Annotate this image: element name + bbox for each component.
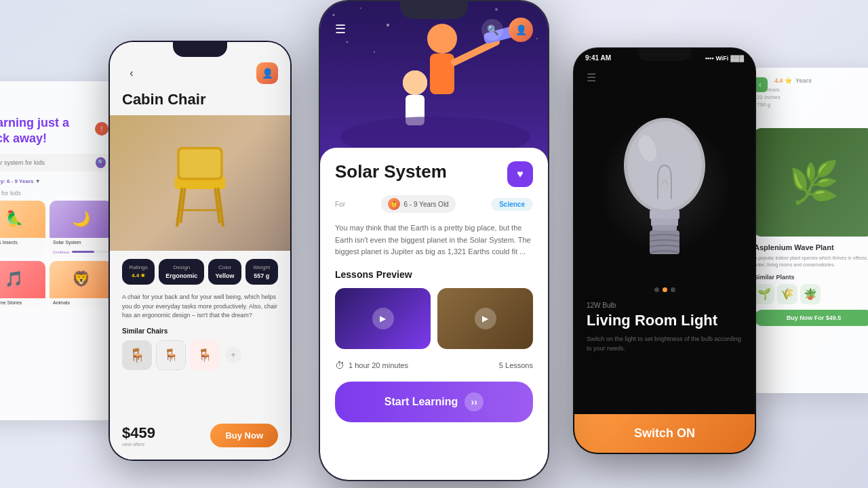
- heart-button[interactable]: ♥: [507, 161, 533, 187]
- wifi-icon: WiFi: [715, 55, 728, 62]
- plant-content: 4.4 ⭐ Years 3-4 Years 22 Inches 790 g 🌿 …: [746, 68, 868, 336]
- product-label: 12W Bulb: [574, 302, 755, 312]
- dot-1: [654, 287, 659, 292]
- phone-bulb: 9:41 AM ▪▪▪▪ WiFi ▓▓▓ ☰: [573, 47, 756, 454]
- bulb-container: [574, 84, 755, 287]
- start-arrow-icon: ››: [465, 392, 484, 411]
- duration-text: 1 hour 20 minutes: [349, 361, 408, 369]
- phone-plant-bg: ‹ 4.4 ⭐ Years 3-4 Years 22 Inches 790 g …: [746, 68, 868, 393]
- left-background-card: ! Learning just a click away! 🔍 Filter b…: [0, 81, 122, 420]
- chair-footer: $459 view offers Buy Now: [110, 415, 290, 460]
- similar-chair-3[interactable]: 🪑: [190, 340, 220, 370]
- spec-ratings: Ratings 4.4 ★: [122, 259, 155, 285]
- notification-dot: !: [95, 122, 108, 136]
- plant-buy-button[interactable]: Buy Now For $49.5: [754, 310, 868, 326]
- svg-point-21: [427, 24, 457, 54]
- phone-solar-notch: [400, 0, 468, 19]
- age-badge: 👶 6 - 9 Years Old: [381, 195, 456, 213]
- chair-title: Cabin Chair: [110, 91, 290, 115]
- back-button[interactable]: ‹: [122, 64, 141, 83]
- phone-solar: ☰ 🔍 👤 Solar System ♥ For 👶 6 - 9 Years O…: [319, 0, 549, 481]
- user-avatar: 👤: [256, 62, 278, 84]
- topic-card-bedtime[interactable]: 🎵 Bed Time Stories: [0, 261, 45, 308]
- topics-grid: 🦜 Birds & Insects 🌙 Solar System Continu…: [0, 201, 113, 308]
- solar-title: Solar System: [335, 161, 447, 182]
- phone-chair-screen: ‹ 👤 Cabin Chair: [110, 42, 290, 460]
- duration-info: ⏱ 1 hour 20 minutes: [335, 360, 408, 371]
- signal-icon: ▪▪▪▪: [705, 55, 714, 62]
- left-bg-search[interactable]: 🔍: [0, 154, 113, 171]
- plant-image: 🌿: [754, 128, 868, 237]
- meta-row: For 👶 6 - 9 Years Old Science: [335, 195, 533, 213]
- similar-plants-row: 🌱 🌾 🪴: [754, 284, 868, 304]
- chair-specs: Ratings 4.4 ★ Design Ergonomic Color Yel…: [110, 251, 290, 293]
- spec-design: Design Ergonomic: [159, 259, 204, 285]
- svg-point-27: [403, 70, 427, 95]
- status-time: 9:41 AM: [585, 54, 611, 62]
- similar-chair-2[interactable]: 🪑: [156, 340, 186, 370]
- bulb-menu-icon[interactable]: ☰: [574, 62, 755, 84]
- topic-card-solar[interactable]: 🌙 Solar System Continue: [50, 201, 113, 257]
- chair-svg: [159, 129, 241, 237]
- product-description: Switch on the light to set brightness of…: [574, 335, 755, 364]
- duration-row: ⏱ 1 hour 20 minutes 5 Lessons: [335, 360, 533, 371]
- plant-rating: 4.4 ⭐ Years: [754, 77, 868, 84]
- lessons-preview-title: Lessons Preview: [335, 269, 533, 280]
- switch-on-button[interactable]: Switch ON: [574, 414, 755, 453]
- status-icons: ▪▪▪▪ WiFi ▓▓▓: [705, 55, 744, 62]
- spec-color: Color Yellow: [208, 259, 241, 285]
- phone-chair: ‹ 👤 Cabin Chair: [108, 41, 292, 461]
- chair-image: [110, 115, 290, 251]
- phone-bulb-notch: [637, 47, 692, 61]
- age-icon: 👶: [388, 198, 400, 210]
- solar-content: Solar System ♥ For 👶 6 - 9 Years Old Sci…: [320, 148, 548, 433]
- start-learning-label: Start Learning: [384, 396, 458, 408]
- play-button-1[interactable]: ▶: [372, 308, 394, 329]
- similar-label: Similar Chairs: [122, 327, 278, 335]
- plant-height: 22 Inches: [754, 94, 868, 100]
- lessons-thumbnails: ▶ ▶: [335, 288, 533, 349]
- phone-bulb-screen: 9:41 AM ▪▪▪▪ WiFi ▓▓▓ ☰: [574, 49, 755, 453]
- similar-plant-2[interactable]: 🌾: [777, 284, 797, 304]
- carousel-dots: [574, 287, 755, 292]
- phone-chair-notch: [173, 41, 227, 57]
- bulb-glow: [597, 118, 732, 253]
- topic-card-animals[interactable]: 🦁 Animals: [50, 261, 113, 308]
- chair-price: $459: [122, 424, 155, 442]
- lessons-count: 5 Lessons: [499, 361, 533, 369]
- lesson-thumb-1[interactable]: ▶: [335, 288, 431, 349]
- similar-chair-1[interactable]: 🪑: [122, 340, 152, 370]
- buy-now-button[interactable]: Buy Now: [210, 424, 278, 447]
- similar-plant-3[interactable]: 🪴: [800, 284, 821, 304]
- solar-description: You may think that the Earth is a pretty…: [335, 222, 533, 258]
- more-similar[interactable]: +: [225, 347, 241, 363]
- for-label: For: [335, 201, 345, 208]
- plant-weight: 790 g: [754, 102, 868, 108]
- similar-row: 🪑 🪑 🪑 +: [122, 340, 278, 370]
- plant-name: Asplenium Wave Plant: [754, 243, 868, 251]
- topic-card-birds[interactable]: 🦜 Birds & Insects: [0, 201, 45, 257]
- left-bg-search-input[interactable]: [0, 159, 96, 166]
- hero-section: ☰ 🔍 👤: [320, 1, 548, 164]
- svg-rect-22: [430, 54, 454, 94]
- start-learning-button[interactable]: Start Learning ››: [335, 382, 533, 422]
- play-button-2[interactable]: ▶: [475, 308, 496, 329]
- title-row: Solar System ♥: [335, 161, 533, 187]
- dot-3: [671, 287, 675, 292]
- user-avatar-center[interactable]: 👤: [509, 18, 533, 42]
- svg-rect-3: [180, 149, 220, 178]
- similar-plant-1[interactable]: 🌱: [754, 284, 774, 304]
- dot-2: [663, 287, 667, 292]
- lesson-thumb-2[interactable]: ▶: [437, 288, 533, 349]
- search-icon: 🔍: [96, 157, 106, 168]
- menu-icon[interactable]: ☰: [335, 22, 346, 37]
- product-title: Living Room Light: [574, 312, 755, 335]
- battery-icon: ▓▓▓: [730, 55, 744, 62]
- similar-plants-label: Similar Plants: [754, 274, 868, 281]
- similar-chairs-section: Similar Chairs 🪑 🪑 🪑 +: [110, 327, 290, 377]
- plant-description: A popular indoor plant species which thr…: [754, 255, 868, 268]
- chair-price-section: $459 view offers: [122, 424, 155, 447]
- chair-description: A chair for your back and for your well …: [110, 293, 290, 327]
- center-search-button[interactable]: 🔍: [481, 19, 503, 41]
- subject-badge: Science: [491, 198, 533, 211]
